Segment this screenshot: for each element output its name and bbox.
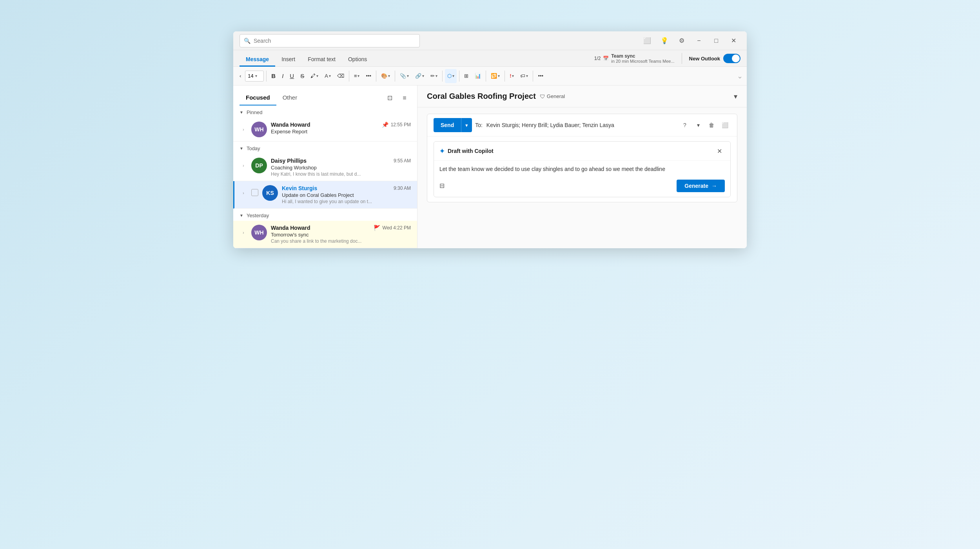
pop-out-icon: ⬜: [722, 122, 728, 128]
loop-component-button[interactable]: ⬡ ▾: [445, 69, 457, 83]
collapse-ribbon-button[interactable]: ⌄: [737, 72, 743, 80]
email-pane-header: Coral Gables Roofing Project 🛡 General ▾: [417, 85, 747, 107]
expand-button[interactable]: ›: [240, 162, 247, 169]
to-field: To: Kevin Sturgis; Henry Brill; Lydia Ba…: [475, 122, 676, 128]
mail-preview: Hi all, I wanted to give you an update o…: [282, 199, 411, 204]
font-size-value: 14: [248, 73, 253, 79]
close-button[interactable]: ✕: [726, 34, 740, 48]
maximize-button[interactable]: □: [709, 34, 723, 48]
checkbox[interactable]: [251, 189, 258, 196]
tab-other[interactable]: Other: [276, 90, 304, 105]
sidebar: Focused Other ⊡ ≡ ▼ Pinned ›: [233, 85, 417, 248]
mail-sender: Kevin Sturgis: [282, 185, 317, 191]
toolbar-separator-4: [395, 71, 395, 82]
collapse-thread-button[interactable]: ▾: [734, 92, 737, 101]
list-item[interactable]: › KS Kevin Sturgis 9:30 AM Update on Cor…: [233, 181, 417, 209]
expand-button[interactable]: ›: [240, 125, 247, 133]
view-toggle-button[interactable]: ⊡: [383, 92, 396, 104]
mail-body: Wanda Howard 📌 12:55 PM Expense Report: [271, 122, 411, 135]
group-label-pinned: Pinned: [247, 109, 262, 115]
align-button[interactable]: ≡ ▾: [352, 69, 362, 83]
font-color-chevron-icon: ▾: [329, 74, 331, 78]
font-dropdown-btn[interactable]: ‹: [237, 69, 243, 83]
mail-body: Wanda Howard 🚩 Wed 4:22 PM Tomorrow's sy…: [271, 225, 411, 244]
chat-icon: ⬜: [643, 37, 651, 44]
italic-button[interactable]: I: [279, 69, 286, 83]
mail-subject: Coaching Workshop: [271, 165, 411, 171]
draw-button[interactable]: ✏ ▾: [428, 69, 440, 83]
pin-icon: 📌: [382, 122, 388, 128]
expand-button[interactable]: ›: [240, 229, 247, 236]
tab-insert[interactable]: Insert: [275, 53, 301, 67]
loop2-chevron-icon: ▾: [498, 74, 500, 78]
generate-label: Generate: [684, 183, 708, 189]
search-box[interactable]: 🔍: [240, 34, 420, 47]
settings-button[interactable]: ⚙: [675, 34, 689, 48]
loop2-button[interactable]: 🔁 ▾: [488, 69, 502, 83]
tab-message[interactable]: Message: [240, 53, 275, 67]
loop2-icon: 🔁: [491, 73, 497, 79]
title-bar-left: 🔍: [240, 34, 640, 47]
more-toolbar-button[interactable]: •••: [363, 69, 374, 83]
mail-header-row: Kevin Sturgis 9:30 AM: [282, 185, 411, 191]
prompt-options-button[interactable]: ⊟: [439, 182, 445, 189]
group-header-pinned[interactable]: ▼ Pinned: [233, 105, 417, 118]
mail-sender: Wanda Howard: [271, 225, 310, 231]
generate-button[interactable]: Generate →: [677, 180, 725, 192]
chevron-left-icon: ‹: [240, 73, 241, 79]
general-badge: 🛡 General: [540, 93, 565, 100]
expand-button[interactable]: ›: [240, 189, 247, 197]
search-input[interactable]: [254, 38, 416, 44]
highlight-button[interactable]: 🖍 ▾: [308, 69, 321, 83]
lightbulb-button[interactable]: 💡: [657, 34, 671, 48]
send-button[interactable]: Send: [434, 118, 461, 132]
mail-time: 12:55 PM: [391, 122, 411, 127]
tab-options[interactable]: Options: [342, 53, 373, 67]
strikethrough-button[interactable]: S: [298, 69, 307, 83]
tags-button[interactable]: 🏷 ▾: [518, 69, 530, 83]
styles-button[interactable]: 🎨 ▾: [379, 69, 392, 83]
italic-icon: I: [282, 73, 283, 79]
minimize-button[interactable]: −: [692, 34, 706, 48]
font-color-button[interactable]: A ▾: [322, 69, 333, 83]
filter-button[interactable]: ≡: [398, 92, 411, 104]
copilot-prompt-text[interactable]: Let the team know we decided to use clay…: [434, 161, 730, 176]
link-button[interactable]: 🔗 ▾: [413, 69, 426, 83]
tab-focused[interactable]: Focused: [240, 90, 276, 105]
strikethrough-icon: S: [300, 73, 304, 79]
underline-button[interactable]: U: [287, 69, 296, 83]
group-header-today[interactable]: ▼ Today: [233, 142, 417, 154]
close-copilot-icon: ✕: [717, 147, 722, 155]
list-item[interactable]: › WH Wanda Howard 📌 12:55 PM Expense Rep…: [233, 118, 417, 142]
attach-button[interactable]: 📎 ▾: [397, 69, 411, 83]
more-options-button[interactable]: •••: [535, 69, 546, 83]
pop-out-button[interactable]: ⬜: [719, 119, 731, 131]
font-size-field[interactable]: 14 ▾: [245, 71, 264, 82]
ribbon-right: 1/2 📅 Team sync in 20 min Microsoft Team…: [594, 53, 740, 66]
font-color-icon: A: [325, 73, 328, 79]
chat-icon-button[interactable]: ⬜: [640, 34, 654, 48]
mail-preview: Can you share a link to the marketing do…: [271, 238, 411, 244]
delete-draft-button[interactable]: 🗑: [706, 119, 717, 131]
mail-time: 9:30 AM: [394, 185, 411, 191]
new-outlook-switch[interactable]: [723, 54, 740, 63]
copilot-title: ✦ Draft with Copilot: [439, 147, 494, 155]
group-header-yesterday[interactable]: ▼ Yesterday: [233, 209, 417, 221]
importance-button[interactable]: ! ▾: [507, 69, 516, 83]
bold-button[interactable]: B: [269, 69, 278, 83]
copilot-icon: ✦: [439, 147, 445, 155]
send-dropdown-button[interactable]: ▾: [461, 118, 472, 132]
copilot-close-button[interactable]: ✕: [714, 145, 725, 156]
expand-reply-button[interactable]: ▾: [692, 119, 704, 131]
list-item[interactable]: › DP Daisy Phillips 9:55 AM Coaching Wor…: [233, 154, 417, 181]
trash-icon: 🗑: [709, 122, 714, 128]
chart-button[interactable]: 📊: [472, 69, 483, 83]
avatar: DP: [251, 158, 267, 173]
calendar-icon: 📅: [603, 56, 609, 61]
tab-format-text[interactable]: Format text: [301, 53, 342, 67]
table-button[interactable]: ⊞: [462, 69, 471, 83]
avatar: KS: [262, 185, 278, 201]
help-button[interactable]: ?: [679, 119, 691, 131]
clear-format-button[interactable]: ⌫: [335, 69, 347, 83]
list-item[interactable]: › WH Wanda Howard 🚩 Wed 4:22 PM Tomorrow…: [233, 221, 417, 248]
